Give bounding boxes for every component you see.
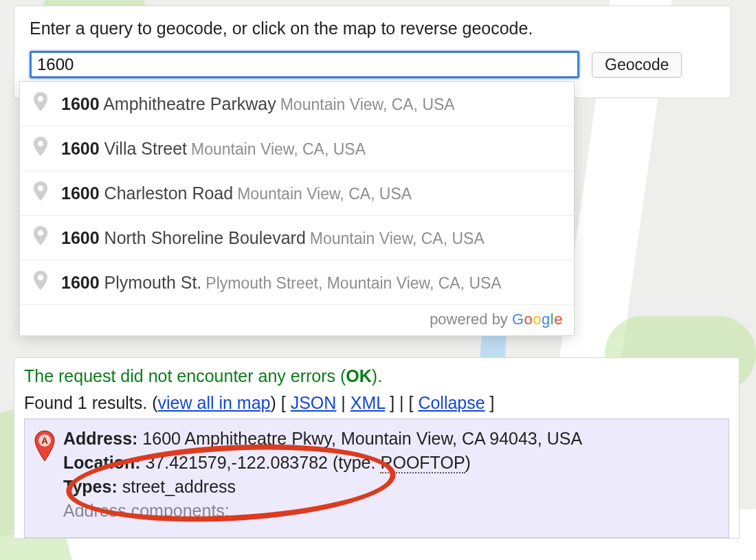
map-pin-icon [32,136,49,161]
autocomplete-dropdown: 1600 Amphitheatre ParkwayMountain View, … [19,81,575,336]
powered-by-text: powered by [430,311,512,328]
autocomplete-item[interactable]: 1600 Charleston RoadMountain View, CA, U… [20,171,574,216]
autocomplete-main: 1600 Amphitheatre ParkwayMountain View, … [61,94,455,114]
geocode-button[interactable]: Geocode [592,52,682,78]
autocomplete-match: 1600 [61,183,100,203]
autocomplete-secondary: Mountain View, CA, USA [280,96,455,113]
autocomplete-match: 1600 [61,273,100,292]
google-logo: Google [512,311,563,328]
autocomplete-rest: Charleston Road [100,183,234,203]
autocomplete-main: 1600 Charleston RoadMountain View, CA, U… [61,183,412,203]
location-line: Location: 37.421579,-122.083782 (type: R… [63,453,719,473]
autocomplete-secondary: Mountain View, CA, USA [191,140,366,158]
autocomplete-rest: Plymouth St. [100,273,202,292]
found-prefix: Found 1 results. ( [24,393,158,412]
location-value: 37.421579,-122.083782 [141,453,333,472]
types-line: Types: street_address [63,477,719,497]
autocomplete-attribution: powered by Google [20,305,574,335]
link-collapse[interactable]: Collapse [418,393,485,412]
sep-pipe: | [336,393,350,412]
map-pin-icon [32,91,49,116]
autocomplete-secondary: Plymouth Street, Mountain View, CA, USA [205,274,501,292]
map-pin-icon [32,270,49,295]
autocomplete-match: 1600 [61,94,100,113]
autocomplete-match: 1600 [61,139,100,158]
autocomplete-secondary: Mountain View, CA, USA [310,229,485,247]
autocomplete-item[interactable]: 1600 Amphitheatre ParkwayMountain View, … [20,82,574,126]
types-label: Types: [63,477,118,496]
query-row: Geocode [30,51,715,78]
status-code: OK [346,366,372,385]
instruction-text: Enter a query to geocode, or click on th… [30,19,715,38]
svg-point-0 [38,96,43,102]
autocomplete-main: 1600 Villa StreetMountain View, CA, USA [61,139,366,159]
autocomplete-item[interactable]: 1600 Villa StreetMountain View, CA, USA [20,126,574,171]
type-close: ) [465,453,471,472]
autocomplete-main: 1600 North Shoreline BoulevardMountain V… [61,228,485,248]
location-label: Location: [63,453,141,472]
autocomplete-match: 1600 [61,228,100,247]
address-line: Address: 1600 Amphitheatre Pkwy, Mountai… [63,429,719,449]
status-suffix: ). [372,366,382,385]
autocomplete-rest: North Shoreline Boulevard [100,228,306,247]
sep-2: ] | [ [385,393,418,412]
sep-1: ) [ [270,393,290,412]
found-line: Found 1 results. (view all in map) [ JSO… [24,393,729,413]
autocomplete-secondary: Mountain View, CA, USA [237,185,412,203]
address-label: Address: [63,429,137,448]
map-pin-icon [32,225,49,250]
autocomplete-item[interactable]: 1600 Plymouth St.Plymouth Street, Mounta… [20,260,574,305]
autocomplete-rest: Amphitheatre Parkway [100,94,276,113]
link-json[interactable]: JSON [291,393,337,412]
components-label: Address components: [63,501,230,520]
svg-point-4 [38,275,43,280]
result-lines: Address: 1600 Amphitheatre Pkwy, Mountai… [63,429,719,525]
type-open: (type: [333,453,380,472]
query-input[interactable] [30,51,579,78]
autocomplete-item[interactable]: 1600 North Shoreline BoulevardMountain V… [20,216,574,260]
autocomplete-rest: Villa Street [100,139,187,158]
types-value: street_address [118,477,236,496]
sep-3: ] [485,393,495,412]
link-xml[interactable]: XML [351,393,385,412]
svg-text:A: A [41,436,48,446]
svg-point-2 [38,186,43,191]
location-type: ROOFTOP [380,453,465,473]
status-line: The request did not encounter any errors… [24,366,729,386]
status-prefix: The request did not encounter any errors… [24,366,346,385]
result-marker-a-icon: A [34,430,55,462]
address-value: 1600 Amphitheatre Pkwy, Mountain View, C… [137,429,582,448]
link-view-all-in-map[interactable]: view all in map [158,393,271,412]
autocomplete-main: 1600 Plymouth St.Plymouth Street, Mounta… [61,273,502,293]
results-panel: The request did not encounter any errors… [14,357,740,539]
result-card: A Address: 1600 Amphitheatre Pkwy, Mount… [24,418,729,538]
svg-point-1 [38,141,43,146]
map-pin-icon [32,181,49,205]
address-components-line: Address components: [63,501,719,521]
svg-point-3 [38,230,43,236]
